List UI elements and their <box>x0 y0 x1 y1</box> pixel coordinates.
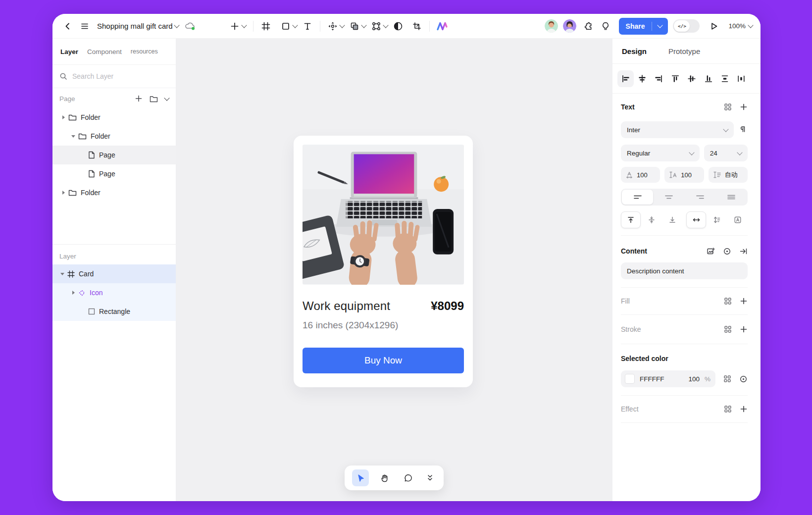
zoom-control[interactable]: 100% <box>728 22 753 30</box>
move-tool-chevron-icon[interactable] <box>339 22 345 28</box>
frame-tool-button[interactable] <box>258 19 273 34</box>
add-fill-icon[interactable] <box>740 297 748 305</box>
auto-height-button[interactable] <box>707 211 727 228</box>
tree-row-page-selected[interactable]: Page <box>52 146 176 164</box>
stroke-styles-grid-icon[interactable] <box>724 325 732 333</box>
tips-button[interactable] <box>598 19 613 34</box>
mask-tool-button[interactable] <box>391 19 406 34</box>
fill-styles-grid-icon[interactable] <box>724 297 732 305</box>
dev-mode-toggle[interactable]: </> <box>673 19 700 33</box>
new-folder-icon[interactable] <box>150 95 158 103</box>
tab-resources[interactable]: resources <box>131 48 158 55</box>
valign-middle-button[interactable] <box>642 211 661 228</box>
color-chip[interactable]: FFFFFF 100 % <box>621 370 715 387</box>
valign-bottom-button[interactable] <box>662 211 682 228</box>
align-v-center-button[interactable] <box>684 70 700 87</box>
color-target-icon[interactable] <box>739 375 748 383</box>
search-input[interactable] <box>71 72 169 81</box>
shape-tool-chevron-icon[interactable] <box>292 22 298 28</box>
vector-tool-chevron-icon[interactable] <box>383 22 388 28</box>
boolean-tool-chevron-icon[interactable] <box>361 22 366 28</box>
document-title[interactable]: Shopping mall gift card <box>97 22 173 30</box>
font-weight-select[interactable]: Regular <box>621 145 700 161</box>
go-to-icon[interactable] <box>739 247 748 256</box>
title-chevron-icon[interactable] <box>174 22 179 28</box>
align-left-button[interactable] <box>617 70 634 87</box>
add-page-icon[interactable] <box>135 95 143 103</box>
letter-spacing-input[interactable]: 100 <box>621 167 660 183</box>
align-right-button[interactable] <box>651 70 667 87</box>
effect-styles-grid-icon[interactable] <box>724 405 732 413</box>
insert-tool-button[interactable] <box>227 19 242 34</box>
expand-arrow-icon[interactable] <box>59 115 67 119</box>
add-text-style-icon[interactable] <box>740 103 748 111</box>
swap-image-icon[interactable] <box>707 247 715 256</box>
distribute-horizontal-button[interactable] <box>733 70 750 87</box>
text-styles-grid-icon[interactable] <box>724 103 732 111</box>
layer-row-card[interactable]: Card <box>52 264 176 283</box>
expand-arrow-icon[interactable] <box>69 291 77 295</box>
text-align-justify-button[interactable] <box>715 190 747 205</box>
font-size-select[interactable]: 24 <box>704 145 748 161</box>
valign-top-button[interactable] <box>621 211 641 228</box>
tab-design[interactable]: Design <box>622 47 647 55</box>
boolean-tool-button[interactable] <box>347 19 362 34</box>
plugins-button[interactable] <box>581 19 596 34</box>
tree-row-folder[interactable]: Folder <box>52 127 176 146</box>
layer-row-rectangle[interactable]: Rectangle <box>52 302 176 321</box>
text-tool-button[interactable] <box>300 19 315 34</box>
color-swatch[interactable] <box>625 374 635 384</box>
ai-assistant-button[interactable] <box>435 19 450 34</box>
tree-row-folder[interactable]: Folder <box>52 108 176 127</box>
collapse-toolbar-button[interactable] <box>423 469 436 486</box>
add-effect-icon[interactable] <box>740 405 748 413</box>
expand-arrow-icon[interactable] <box>59 191 67 195</box>
tab-prototype[interactable]: Prototype <box>668 47 700 55</box>
line-height-input[interactable]: 100 <box>664 167 704 183</box>
share-dropdown[interactable] <box>652 25 668 27</box>
share-button[interactable]: Share <box>619 18 668 35</box>
tree-row-folder[interactable]: Folder <box>52 183 176 202</box>
tab-component[interactable]: Component <box>87 48 122 55</box>
fixed-size-button[interactable] <box>728 211 748 228</box>
present-button[interactable] <box>707 19 721 34</box>
product-title[interactable]: Work equipment <box>303 299 390 313</box>
move-tool-button[interactable] <box>325 19 340 34</box>
align-top-button[interactable] <box>667 70 683 87</box>
product-card-frame[interactable]: Work equipment ¥8099 16 inches (2304x129… <box>294 136 473 387</box>
design-canvas[interactable]: Work equipment ¥8099 16 inches (2304x129… <box>176 39 612 501</box>
content-text-input[interactable] <box>621 262 748 279</box>
target-icon[interactable] <box>723 247 731 256</box>
main-menu-button[interactable] <box>77 19 92 34</box>
product-image[interactable] <box>303 145 464 285</box>
product-subtitle[interactable]: 16 inches (2304x1296) <box>303 320 464 331</box>
collaborator-avatar[interactable] <box>545 19 558 33</box>
collapse-arrow-icon[interactable] <box>58 273 66 275</box>
auto-width-button[interactable] <box>686 211 706 228</box>
text-align-left-button[interactable] <box>622 190 653 205</box>
buy-now-button[interactable]: Buy Now <box>303 348 464 373</box>
sync-status[interactable] <box>183 19 198 34</box>
hand-tool-button[interactable] <box>376 469 393 486</box>
tab-layer[interactable]: Layer <box>60 48 78 55</box>
crop-tool-button[interactable] <box>409 19 424 34</box>
text-align-right-button[interactable] <box>684 190 715 205</box>
align-h-center-button[interactable] <box>634 70 650 87</box>
product-price[interactable]: ¥8099 <box>431 299 464 313</box>
layer-row-icon[interactable]: Icon <box>52 283 176 302</box>
collaborator-avatar[interactable] <box>563 19 576 33</box>
font-family-select[interactable]: Inter <box>621 121 734 138</box>
comment-tool-button[interactable] <box>400 469 416 486</box>
page-collapse-chevron-icon[interactable] <box>164 95 169 101</box>
align-bottom-button[interactable] <box>700 70 716 87</box>
back-button[interactable] <box>60 19 75 34</box>
text-align-center-button[interactable] <box>653 190 684 205</box>
shape-tool-button[interactable] <box>278 19 293 34</box>
select-tool-button[interactable] <box>352 469 369 486</box>
vector-tool-button[interactable] <box>369 19 384 34</box>
color-styles-grid-icon[interactable] <box>723 375 731 383</box>
text-direction-icon[interactable] <box>739 125 748 134</box>
paragraph-spacing-input[interactable]: 自动 <box>709 167 748 183</box>
insert-tool-chevron-icon[interactable] <box>241 22 247 28</box>
collapse-arrow-icon[interactable] <box>69 135 77 138</box>
